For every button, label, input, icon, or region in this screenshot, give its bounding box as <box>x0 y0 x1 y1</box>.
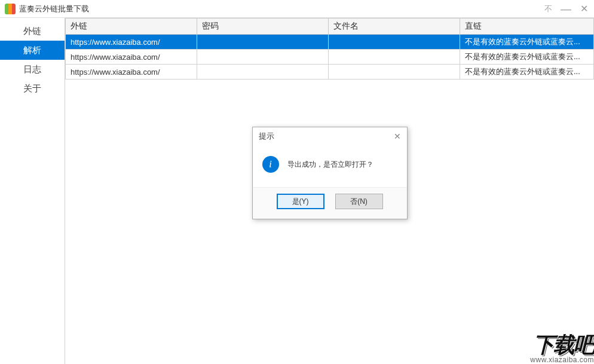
results-table: 外链 密码 文件名 直链 https://www.xiazaiba.com/ 不… <box>65 18 594 79</box>
cell-direct: 不是有效的蓝奏云外链或蓝奏云... <box>460 65 594 79</box>
titlebar: 蓝奏云外链批量下载 — ✕ <box>0 0 594 18</box>
sidebar-item-link[interactable]: 外链 <box>0 22 65 41</box>
pin-icon <box>544 3 552 14</box>
app-icon <box>5 4 16 14</box>
dialog-message: 导出成功，是否立即打开？ <box>287 160 373 170</box>
col-header-filename[interactable]: 文件名 <box>329 19 460 35</box>
sidebar: 外链 解析 日志 关于 <box>0 18 65 364</box>
dialog-titlebar: 提示 ✕ <box>253 127 407 145</box>
sidebar-item-log[interactable]: 日志 <box>0 60 65 79</box>
sidebar-item-label: 解析 <box>23 45 41 56</box>
app-title: 蓝奏云外链批量下载 <box>19 4 543 14</box>
cell-password <box>197 35 329 50</box>
watermark-url: www.xiazaiba.com <box>530 356 594 364</box>
cell-direct: 不是有效的蓝奏云外链或蓝奏云... <box>460 35 594 50</box>
main-area: 外链 解析 日志 关于 外链 密码 文件名 直链 https://www.xia… <box>0 18 594 364</box>
cell-link: https://www.xiazaiba.com/ <box>66 35 197 50</box>
confirm-dialog: 提示 ✕ i 导出成功，是否立即打开？ 是(Y) 否(N) <box>252 127 408 219</box>
cell-filename <box>329 35 460 50</box>
table-row[interactable]: https://www.xiazaiba.com/ 不是有效的蓝奏云外链或蓝奏云… <box>66 50 594 65</box>
close-button[interactable]: ✕ <box>578 4 589 14</box>
col-header-link[interactable]: 外链 <box>66 19 197 35</box>
sidebar-item-label: 外链 <box>23 26 41 37</box>
sidebar-item-parse[interactable]: 解析 <box>0 41 65 60</box>
sidebar-item-label: 关于 <box>23 83 41 94</box>
dialog-close-button[interactable]: ✕ <box>394 131 401 141</box>
cell-link: https://www.xiazaiba.com/ <box>66 50 197 65</box>
watermark: 下载吧 www.xiazaiba.com <box>530 334 594 364</box>
cell-direct: 不是有效的蓝奏云外链或蓝奏云... <box>460 50 594 65</box>
no-button[interactable]: 否(N) <box>335 194 383 209</box>
watermark-logo: 下载吧 <box>530 334 594 356</box>
table-row[interactable]: https://www.xiazaiba.com/ 不是有效的蓝奏云外链或蓝奏云… <box>66 35 594 50</box>
yes-button[interactable]: 是(Y) <box>277 194 324 209</box>
cell-filename <box>329 65 460 79</box>
pin-button[interactable] <box>543 4 553 14</box>
sidebar-item-label: 日志 <box>23 64 41 75</box>
minimize-button[interactable]: — <box>561 4 571 14</box>
cell-filename <box>329 50 460 65</box>
table-row[interactable]: https://www.xiazaiba.com/ 不是有效的蓝奏云外链或蓝奏云… <box>66 65 594 79</box>
dialog-body: i 导出成功，是否立即打开？ <box>253 145 407 187</box>
info-icon: i <box>262 156 279 173</box>
col-header-password[interactable]: 密码 <box>197 19 329 35</box>
content-area: 外链 密码 文件名 直链 https://www.xiazaiba.com/ 不… <box>65 18 594 364</box>
dialog-title: 提示 <box>259 131 274 142</box>
cell-link: https://www.xiazaiba.com/ <box>66 65 197 79</box>
cell-password <box>197 65 329 79</box>
dialog-buttons: 是(Y) 否(N) <box>253 187 407 219</box>
sidebar-item-about[interactable]: 关于 <box>0 79 65 98</box>
col-header-direct[interactable]: 直链 <box>460 19 594 35</box>
window-controls: — ✕ <box>543 4 589 14</box>
cell-password <box>197 50 329 65</box>
